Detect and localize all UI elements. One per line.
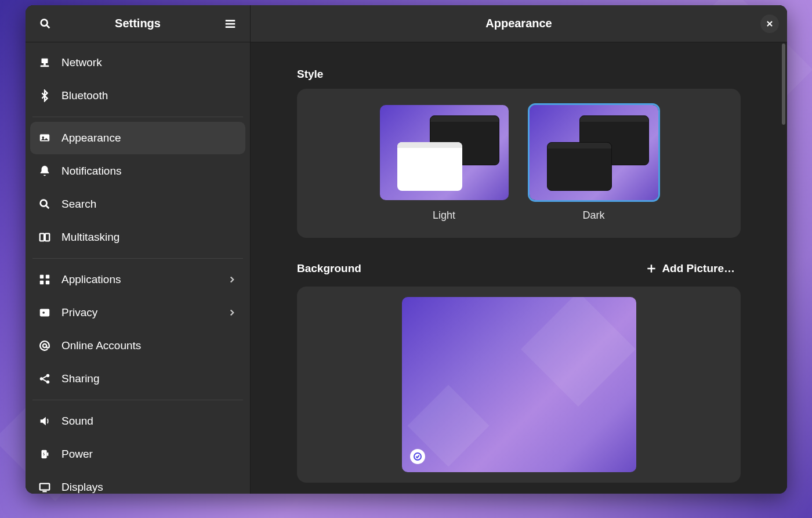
style-options: Light Dark <box>313 105 724 222</box>
settings-window: Settings Network Bluetooth <box>26 5 787 494</box>
sidebar-item-power[interactable]: Power <box>30 438 245 470</box>
svg-rect-13 <box>45 234 49 241</box>
network-icon <box>38 56 51 69</box>
svg-rect-28 <box>40 484 50 490</box>
search-icon <box>38 198 51 211</box>
background-panel <box>297 287 741 483</box>
divider <box>32 117 243 117</box>
search-button[interactable] <box>35 13 56 34</box>
svg-point-22 <box>46 374 50 378</box>
svg-rect-15 <box>46 275 49 278</box>
svg-line-1 <box>47 25 50 28</box>
sidebar-item-label: Appearance <box>61 132 237 144</box>
bluetooth-icon <box>38 89 51 102</box>
sidebar-item-displays[interactable]: Displays <box>30 471 245 494</box>
svg-point-23 <box>46 381 50 384</box>
sidebar-item-appearance[interactable]: Appearance <box>30 122 245 154</box>
menu-button[interactable] <box>220 13 241 34</box>
sidebar-item-sharing[interactable]: Sharing <box>30 363 245 395</box>
sidebar-item-label: Displays <box>61 481 237 494</box>
style-label: Dark <box>582 209 604 222</box>
content-area: Style Light D <box>251 42 787 494</box>
svg-rect-16 <box>40 281 44 284</box>
svg-line-25 <box>43 379 46 382</box>
svg-rect-17 <box>46 281 49 284</box>
svg-rect-5 <box>42 59 48 63</box>
add-picture-button[interactable]: Add Picture… <box>640 259 741 278</box>
svg-rect-14 <box>40 275 44 278</box>
plus-icon <box>646 263 657 274</box>
svg-point-19 <box>42 311 45 314</box>
hamburger-icon <box>224 17 237 30</box>
sound-icon <box>38 415 51 428</box>
display-icon <box>38 481 51 494</box>
background-heading: Background <box>297 262 361 275</box>
svg-rect-6 <box>44 63 46 66</box>
grid-icon <box>38 273 51 286</box>
style-label: Light <box>433 209 455 222</box>
scrollbar[interactable] <box>782 44 785 125</box>
clock-check-icon <box>413 452 422 461</box>
style-thumb-dark <box>530 105 658 200</box>
svg-point-21 <box>40 377 44 381</box>
sidebar-item-sound[interactable]: Sound <box>30 405 245 437</box>
style-thumb-light <box>380 105 509 200</box>
style-option-dark[interactable]: Dark <box>530 105 658 222</box>
sidebar: Settings Network Bluetooth <box>26 5 251 494</box>
search-icon <box>39 17 52 30</box>
sidebar-item-bluetooth[interactable]: Bluetooth <box>30 79 245 112</box>
sidebar-header: Settings <box>26 5 250 42</box>
close-button[interactable] <box>760 15 779 33</box>
sidebar-item-applications[interactable]: Applications <box>30 263 245 296</box>
sidebar-item-label: Multitasking <box>61 231 237 244</box>
sidebar-item-label: Search <box>61 198 237 211</box>
background-thumbnail[interactable] <box>402 297 636 472</box>
sidebar-item-label: Online Accounts <box>61 339 237 352</box>
sidebar-item-search[interactable]: Search <box>30 188 245 220</box>
sidebar-item-multitasking[interactable]: Multitasking <box>30 221 245 253</box>
page-title: Appearance <box>485 17 552 30</box>
power-icon <box>38 448 51 461</box>
sidebar-item-privacy[interactable]: Privacy <box>30 296 245 329</box>
multitasking-icon <box>38 231 51 244</box>
preview-window-front <box>397 142 462 191</box>
style-heading: Style <box>297 68 741 81</box>
sidebar-item-label: Applications <box>61 273 227 286</box>
svg-rect-12 <box>40 234 44 241</box>
sidebar-list: Network Bluetooth Appearance Notific <box>26 42 250 494</box>
svg-line-11 <box>46 206 49 209</box>
chevron-right-icon <box>227 307 237 318</box>
sidebar-item-label: Notifications <box>61 165 237 178</box>
svg-rect-27 <box>47 452 49 456</box>
svg-point-10 <box>41 200 47 207</box>
sidebar-item-label: Privacy <box>61 306 227 319</box>
sidebar-item-label: Sharing <box>61 372 237 385</box>
timed-wallpaper-badge <box>410 449 425 464</box>
svg-rect-7 <box>41 66 49 67</box>
sidebar-item-network[interactable]: Network <box>30 46 245 79</box>
sidebar-title: Settings <box>56 17 220 30</box>
sidebar-item-notifications[interactable]: Notifications <box>30 155 245 187</box>
main-panel: Appearance Style Light <box>251 5 787 494</box>
style-option-light[interactable]: Light <box>380 105 509 222</box>
bell-icon <box>38 165 51 178</box>
sidebar-item-label: Power <box>61 448 237 461</box>
privacy-icon <box>38 306 51 319</box>
divider <box>32 400 243 400</box>
sidebar-item-label: Sound <box>61 415 237 428</box>
add-picture-label: Add Picture… <box>662 262 735 275</box>
style-panel: Light Dark <box>297 89 741 238</box>
sidebar-item-label: Network <box>61 56 237 69</box>
background-header: Background Add Picture… <box>297 259 741 278</box>
svg-line-24 <box>43 376 46 378</box>
appearance-icon <box>38 132 51 144</box>
main-header: Appearance <box>251 5 787 42</box>
chevron-right-icon <box>227 274 237 285</box>
sidebar-item-online-accounts[interactable]: Online Accounts <box>30 329 245 362</box>
svg-rect-8 <box>40 135 50 142</box>
svg-point-0 <box>41 19 48 26</box>
preview-window-front <box>547 142 612 191</box>
at-icon <box>38 339 51 352</box>
share-icon <box>38 372 51 385</box>
close-icon <box>766 20 774 28</box>
